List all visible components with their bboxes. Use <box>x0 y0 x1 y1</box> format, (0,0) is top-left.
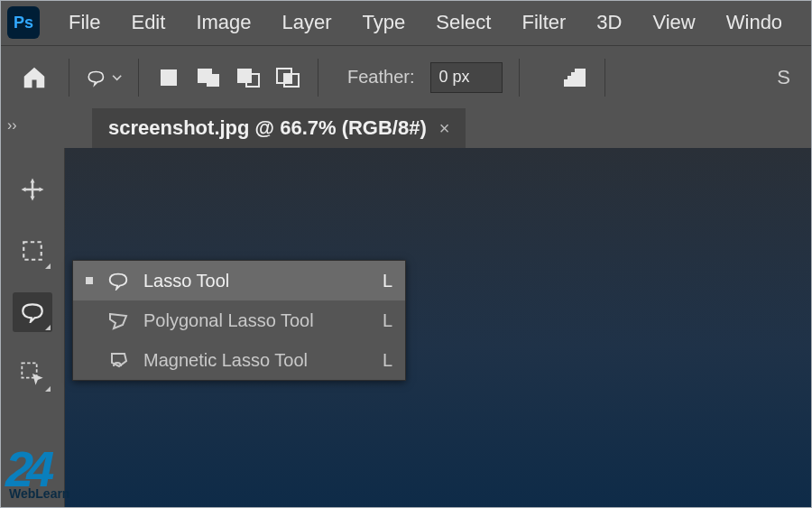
document-tab-strip: screenshot.jpg @ 66.7% (RGB/8#) × <box>92 108 812 148</box>
flyout-item-shortcut: L <box>383 350 392 371</box>
document-tab-title: screenshot.jpg @ 66.7% (RGB/8#) <box>108 116 427 140</box>
menu-select[interactable]: Select <box>423 7 503 38</box>
menu-image[interactable]: Image <box>183 7 263 38</box>
home-button[interactable] <box>16 60 52 96</box>
feather-label: Feather: <box>347 67 414 88</box>
flyout-item-polygonal-lasso[interactable]: Polygonal Lasso Tool L <box>73 300 405 340</box>
flyout-item-label: Lasso Tool <box>143 271 370 291</box>
menu-window[interactable]: Windo <box>714 7 795 38</box>
flyout-item-label: Polygonal Lasso Tool <box>143 310 370 331</box>
move-tool[interactable] <box>13 170 52 209</box>
watermark: 24 WebLearn <box>5 449 69 501</box>
svg-rect-0 <box>161 69 177 86</box>
lasso-tool[interactable] <box>13 292 52 332</box>
divider <box>519 59 520 97</box>
app-logo: Ps <box>7 6 40 39</box>
flyout-indicator-icon <box>45 325 51 330</box>
chevron-down-icon <box>112 71 122 84</box>
divider <box>604 59 605 97</box>
truncated-option: S <box>777 66 796 89</box>
quick-selection-tool[interactable] <box>13 354 52 393</box>
flyout-item-lasso[interactable]: Lasso Tool L <box>73 261 405 300</box>
flyout-indicator-icon <box>45 263 51 269</box>
magnetic-lasso-icon <box>106 347 131 373</box>
menu-type[interactable]: Type <box>350 7 419 38</box>
menu-3d[interactable]: 3D <box>584 7 634 38</box>
menu-bar: Ps File Edit Image Layer Type Select Fil… <box>0 0 812 45</box>
divider <box>138 59 139 97</box>
polygonal-lasso-icon <box>106 308 131 333</box>
selection-subtract-button[interactable] <box>235 64 262 91</box>
flyout-item-label: Magnetic Lasso Tool <box>143 350 370 371</box>
selection-intersect-button[interactable] <box>274 64 301 91</box>
selection-new-button[interactable] <box>155 64 182 91</box>
menu-view[interactable]: View <box>640 7 707 38</box>
feather-input[interactable] <box>430 62 503 93</box>
tab-close-button[interactable]: × <box>439 118 450 139</box>
svg-rect-3 <box>237 69 252 83</box>
divider <box>69 59 69 97</box>
watermark-text: WebLearn <box>9 486 69 501</box>
svg-rect-8 <box>23 242 42 260</box>
options-bar: Feather: S <box>0 45 812 108</box>
anti-alias-icon[interactable] <box>561 64 588 91</box>
lasso-tool-flyout: Lasso Tool L Polygonal Lasso Tool L Magn… <box>72 260 406 381</box>
document-tab[interactable]: screenshot.jpg @ 66.7% (RGB/8#) × <box>92 108 466 148</box>
svg-rect-2 <box>207 74 219 87</box>
flyout-indicator-icon <box>45 386 51 392</box>
active-indicator-icon <box>86 277 93 284</box>
watermark-number: 24 <box>5 449 47 490</box>
flyout-item-shortcut: L <box>383 271 392 291</box>
lasso-icon <box>106 268 131 293</box>
divider <box>318 59 318 97</box>
marquee-tool[interactable] <box>13 231 52 271</box>
menu-file[interactable]: File <box>56 7 113 38</box>
selection-mode-group <box>155 64 301 91</box>
menu-edit[interactable]: Edit <box>118 7 178 38</box>
selection-add-button[interactable] <box>195 64 222 91</box>
panel-expand-handle[interactable]: ›› <box>7 117 17 134</box>
flyout-item-shortcut: L <box>383 310 392 331</box>
menu-filter[interactable]: Filter <box>509 7 578 38</box>
flyout-item-magnetic-lasso[interactable]: Magnetic Lasso Tool L <box>73 340 405 380</box>
tool-preset-dropdown[interactable] <box>86 60 122 96</box>
svg-rect-7 <box>284 74 291 83</box>
menu-layer[interactable]: Layer <box>270 7 345 38</box>
